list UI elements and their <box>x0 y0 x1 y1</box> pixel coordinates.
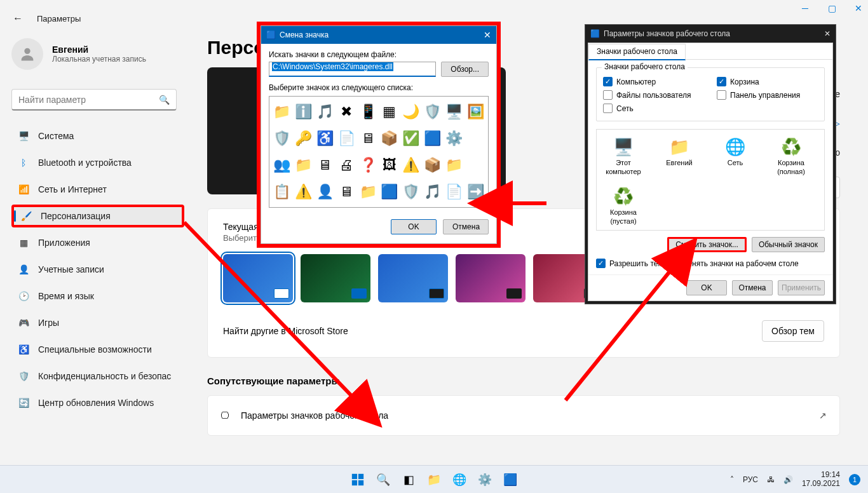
icon-option[interactable]: 🌙 <box>401 99 421 125</box>
icon-option[interactable]: 📱 <box>358 99 378 125</box>
icon-option[interactable]: ➡️ <box>465 179 485 205</box>
icon-option[interactable]: 🖼 <box>379 152 400 178</box>
icon-option[interactable]: ⚠️ <box>294 179 314 205</box>
icon-option[interactable]: 📦 <box>379 126 400 151</box>
clock[interactable]: 19:14 17.09.2021 <box>802 471 840 489</box>
check-recycle[interactable]: ✓Корзина <box>717 77 818 86</box>
icon-option[interactable]: 📄 <box>444 179 464 205</box>
close-icon[interactable]: ✕ <box>484 30 491 40</box>
sidebar-item-update[interactable]: 🔄Центр обновления Windows <box>11 391 184 414</box>
icon-option[interactable]: 📋 <box>272 179 292 205</box>
tab-desktop-icons[interactable]: Значки рабочего стола <box>588 44 686 60</box>
apply-button[interactable]: Применить <box>778 280 825 295</box>
language-indicator[interactable]: РУС <box>743 475 758 484</box>
close-icon[interactable]: ✕ <box>854 4 863 13</box>
browse-button[interactable]: Обзор... <box>441 62 489 77</box>
sidebar-item-accessibility[interactable]: ♿Специальные возможности <box>11 338 184 361</box>
theme-tile[interactable] <box>223 254 293 302</box>
icon-option[interactable]: 🖼️ <box>465 99 485 125</box>
back-button[interactable]: ← <box>13 13 23 24</box>
icon-option[interactable]: 🖥 <box>336 179 356 205</box>
minimize-icon[interactable]: ─ <box>801 4 810 13</box>
icon-option[interactable]: 👥 <box>272 152 292 178</box>
icon-option[interactable]: 🎵 <box>315 99 336 125</box>
settings-icon[interactable]: ⚙️ <box>475 470 494 489</box>
ok-button[interactable]: OK <box>686 280 727 295</box>
icon-path-input[interactable]: C:\Windows\System32\imageres.dll <box>269 62 436 77</box>
icon-option[interactable]: ⚙️ <box>444 126 464 151</box>
desktop-icon-item[interactable]: 🖥️Этоткомпьютер <box>603 136 644 175</box>
checkbox-icon[interactable]: ✓ <box>596 259 606 268</box>
icon-option[interactable]: 📁 <box>272 99 292 125</box>
desktop-icon-item[interactable]: ♻️Корзина(пустая) <box>603 186 644 225</box>
sidebar-item-system[interactable]: 🖥️Система <box>11 125 184 147</box>
search-icon[interactable]: 🔍 <box>374 470 393 489</box>
browse-themes-button[interactable]: Обзор тем <box>762 320 824 342</box>
sidebar-item-games[interactable]: 🎮Игры <box>11 311 184 334</box>
icon-option[interactable]: ℹ️ <box>294 99 314 125</box>
change-icon-button[interactable]: Сменить значок... <box>667 237 747 252</box>
icon-option[interactable]: 🛡️ <box>272 126 292 151</box>
icon-option[interactable]: 🖨 <box>336 152 356 178</box>
close-icon[interactable]: ✕ <box>824 29 831 38</box>
icon-option[interactable]: ⚠️ <box>401 152 421 178</box>
taskview-icon[interactable]: ◧ <box>399 470 418 489</box>
check-network[interactable]: Сеть <box>603 104 704 113</box>
icon-option[interactable]: 📁 <box>294 152 314 178</box>
volume-icon[interactable]: 🔊 <box>783 475 793 484</box>
icon-option[interactable]: ✅ <box>401 126 421 151</box>
icon-option[interactable]: ✖ <box>336 99 356 125</box>
start-button[interactable] <box>348 470 367 489</box>
icon-option[interactable]: 🟦 <box>423 126 443 151</box>
icon-option[interactable]: 📁 <box>358 179 378 205</box>
sidebar-item-bluetooth[interactable]: ᛒBluetooth и устройства <box>11 151 184 174</box>
desktop-icon-settings-link[interactable]: 🖵 Параметры значков рабочего стола ↗ <box>207 395 840 436</box>
check-userfiles[interactable]: Файлы пользователя <box>603 90 704 100</box>
check-computer[interactable]: ✓Компьютер <box>603 77 704 86</box>
sidebar-item-apps[interactable]: ▦Приложения <box>11 231 184 254</box>
ok-button[interactable]: OK <box>391 219 437 234</box>
icon-option[interactable]: 🔑 <box>294 126 314 151</box>
sidebar-item-personalization[interactable]: 🖌️Персонализация <box>11 205 184 227</box>
cancel-button[interactable]: Отмена <box>443 219 489 234</box>
icon-option[interactable]: 👤 <box>315 179 336 205</box>
app-icon[interactable]: 🟦 <box>501 470 520 489</box>
icon-option[interactable]: 🖥️ <box>444 99 464 125</box>
desktop-icon-item[interactable]: 📁Евгений <box>659 136 700 175</box>
sidebar-item-privacy[interactable]: 🛡️Конфиденциальность и безопас <box>11 365 184 388</box>
default-icon-button[interactable]: Обычный значок <box>752 237 825 252</box>
icon-option[interactable]: 🎵 <box>423 179 443 205</box>
icon-preview-area[interactable]: 🖥️Этоткомпьютер📁Евгений🌐Сеть♻️Корзина(по… <box>596 129 825 231</box>
maximize-icon[interactable]: ▢ <box>827 4 836 13</box>
check-cpanel[interactable]: Панель управления <box>717 90 818 100</box>
icon-option[interactable]: 🛡️ <box>423 99 443 125</box>
user-block[interactable]: Евгений Локальная учетная запись <box>11 38 146 70</box>
edge-icon[interactable]: 🌐 <box>450 470 469 489</box>
theme-tile[interactable] <box>301 254 370 302</box>
search-input[interactable]: Найти параметр 🔍 <box>11 89 177 111</box>
chevron-up-icon[interactable]: ˄ <box>730 475 734 484</box>
icon-option[interactable]: ♿ <box>315 126 336 151</box>
sidebar-item-accounts[interactable]: 👤Учетные записи <box>11 258 184 281</box>
icon-option[interactable]: ❓ <box>358 152 378 178</box>
icon-option[interactable]: 🟦 <box>379 179 400 205</box>
icon-option[interactable]: 🖥 <box>358 126 378 151</box>
sidebar-item-network[interactable]: 📶Сеть и Интернет <box>11 178 184 201</box>
icon-option[interactable]: ▦ <box>379 99 400 125</box>
icon-grid[interactable]: 📁ℹ️🎵✖📱▦🌙🛡️🖥️🖼️🛡️🔑♿📄🖥📦✅🟦⚙️👥📁🖥🖨❓🖼⚠️📦📁📋⚠️👤🖥… <box>269 96 489 208</box>
sidebar-item-time[interactable]: 🕑Время и язык <box>11 285 184 307</box>
cancel-button[interactable]: Отмена <box>732 280 773 295</box>
network-icon[interactable]: 🖧 <box>767 475 775 484</box>
icon-option[interactable]: 📦 <box>423 152 443 178</box>
icon-option[interactable]: 🛡️ <box>401 179 421 205</box>
desktop-icon-item[interactable]: ♻️Корзина(полная) <box>771 136 811 175</box>
icon-option[interactable]: 🖥 <box>315 152 336 178</box>
icon-option[interactable] <box>465 126 485 151</box>
explorer-icon[interactable]: 📁 <box>424 470 444 489</box>
theme-tile[interactable] <box>456 254 526 302</box>
desktop-icon-item[interactable]: 🌐Сеть <box>715 136 756 175</box>
notification-badge[interactable]: 1 <box>849 474 860 485</box>
icon-option[interactable] <box>465 152 485 178</box>
icon-option[interactable]: 📄 <box>336 126 356 151</box>
icon-option[interactable]: 📁 <box>444 152 464 178</box>
